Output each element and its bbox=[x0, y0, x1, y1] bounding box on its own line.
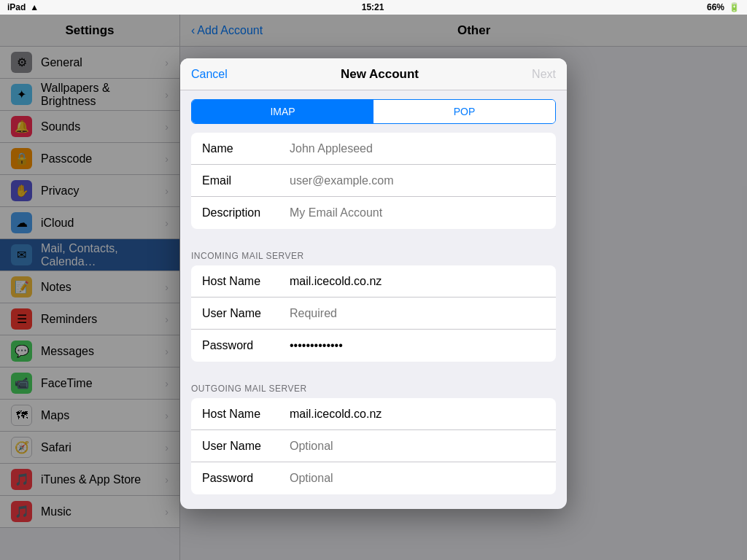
modal-header: Cancel New Account Next bbox=[180, 58, 567, 90]
incoming-host-row: Host Name bbox=[191, 265, 556, 298]
description-row: Description bbox=[191, 197, 556, 229]
email-row: Email bbox=[191, 165, 556, 197]
outgoing-user-row: User Name bbox=[191, 430, 556, 462]
incoming-user-input[interactable] bbox=[290, 307, 545, 320]
status-right: 66% 🔋 bbox=[707, 2, 740, 12]
name-label: Name bbox=[202, 142, 290, 155]
outgoing-password-input[interactable] bbox=[290, 472, 545, 485]
incoming-user-row: User Name bbox=[191, 298, 556, 330]
pop-label: POP bbox=[454, 106, 476, 117]
modal-title: New Account bbox=[341, 67, 419, 82]
incoming-user-label: User Name bbox=[202, 307, 290, 320]
incoming-host-input[interactable] bbox=[290, 275, 545, 288]
outgoing-host-input[interactable] bbox=[290, 408, 545, 421]
modal-overlay: Cancel New Account Next IMAP POP Name Em… bbox=[0, 15, 747, 560]
battery-label: 66% bbox=[707, 2, 724, 12]
name-input[interactable] bbox=[290, 142, 545, 155]
time-label: 15:21 bbox=[362, 2, 384, 12]
new-account-modal: Cancel New Account Next IMAP POP Name Em… bbox=[180, 58, 567, 509]
account-info-group: Name Email Description bbox=[191, 133, 556, 229]
outgoing-password-label: Password bbox=[202, 472, 290, 485]
description-input[interactable] bbox=[290, 206, 545, 219]
outgoing-host-label: Host Name bbox=[202, 408, 290, 421]
outgoing-user-label: User Name bbox=[202, 440, 290, 453]
outgoing-section-header: OUTGOING MAIL SERVER bbox=[180, 376, 567, 398]
outgoing-host-row: Host Name bbox=[191, 398, 556, 430]
wifi-icon: ▲ bbox=[30, 2, 39, 12]
email-input[interactable] bbox=[290, 174, 545, 187]
incoming-host-label: Host Name bbox=[202, 275, 290, 288]
imap-label: IMAP bbox=[270, 106, 295, 117]
outgoing-group: Host Name User Name Password bbox=[191, 398, 556, 494]
next-button[interactable]: Next bbox=[532, 68, 556, 81]
incoming-password-label: Password bbox=[202, 339, 290, 352]
outgoing-section: Host Name User Name Password bbox=[191, 398, 556, 494]
battery-icon: 🔋 bbox=[729, 2, 740, 12]
imap-segment-button[interactable]: IMAP bbox=[192, 100, 374, 123]
incoming-section-header: INCOMING MAIL SERVER bbox=[180, 244, 567, 265]
cancel-button[interactable]: Cancel bbox=[191, 68, 228, 81]
incoming-group: Host Name User Name Password bbox=[191, 265, 556, 362]
incoming-section: Host Name User Name Password bbox=[191, 265, 556, 362]
email-label: Email bbox=[202, 174, 290, 187]
name-row: Name bbox=[191, 133, 556, 165]
carrier-label: iPad bbox=[7, 2, 26, 12]
outgoing-user-input[interactable] bbox=[290, 440, 545, 453]
pop-segment-button[interactable]: POP bbox=[374, 100, 555, 123]
description-label: Description bbox=[202, 206, 290, 219]
account-info-section: Name Email Description bbox=[191, 133, 556, 229]
outgoing-password-row: Password bbox=[191, 462, 556, 494]
incoming-password-row: Password bbox=[191, 330, 556, 362]
incoming-password-input[interactable] bbox=[290, 339, 545, 352]
status-left: iPad ▲ bbox=[7, 2, 39, 12]
status-bar: iPad ▲ 15:21 66% 🔋 bbox=[0, 0, 747, 15]
account-type-segment: IMAP POP bbox=[191, 99, 556, 124]
